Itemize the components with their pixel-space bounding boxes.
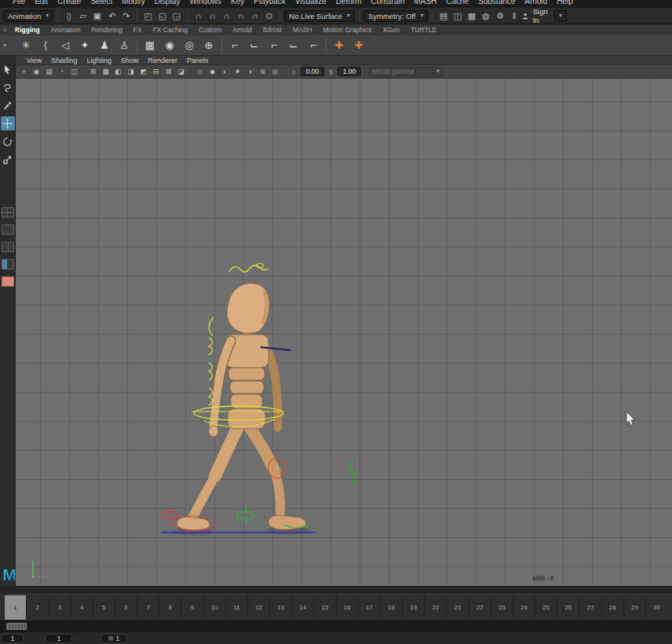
timeline-frame-3[interactable]: 3 (48, 595, 70, 620)
ao-icon[interactable]: ⊚ (257, 66, 268, 77)
aim-constraint-icon[interactable]: ⌙ (285, 37, 302, 54)
timeline-frame-29[interactable]: 29 (623, 595, 645, 620)
spine-control-3[interactable] (209, 388, 213, 405)
timeline-frame-28[interactable]: 28 (601, 595, 623, 620)
exposure-field[interactable]: 0.00 (301, 67, 324, 76)
timeline-frame-1[interactable]: 1 (5, 595, 26, 620)
timeline-frame-20[interactable]: 20 (424, 595, 446, 620)
timeline-frame-4[interactable]: 4 (71, 595, 93, 620)
soft-mod-icon[interactable]: ◎ (181, 37, 198, 54)
shelf-tab-fx[interactable]: FX (128, 24, 148, 35)
select-by-object-icon[interactable]: ◱ (155, 9, 169, 23)
snap-to-projected-center-icon[interactable]: ∩ (234, 9, 247, 23)
camera-attributes-icon[interactable]: ▤ (43, 66, 55, 77)
bookmarks-icon[interactable]: ◔ (56, 66, 68, 77)
shoulder-control-curve[interactable] (209, 317, 214, 336)
parent-constraint-icon[interactable]: ⌐ (226, 37, 243, 54)
save-scene-icon[interactable]: ▣ (90, 9, 104, 23)
timeline-frame-15[interactable]: 15 (313, 595, 335, 620)
timeline-frame-7[interactable]: 7 (137, 595, 159, 620)
menu-modify[interactable]: Modify (117, 0, 149, 8)
undo-icon[interactable]: ↶ (105, 9, 119, 23)
timeline-frame-26[interactable]: 26 (557, 595, 579, 620)
timeline-frame-27[interactable]: 27 (579, 595, 601, 620)
image-plane-icon[interactable]: ◫ (68, 66, 80, 77)
timeline-frame-25[interactable]: 25 (535, 595, 557, 620)
panel-menu-shading[interactable]: Shading (46, 56, 82, 64)
green-arrow-control[interactable] (237, 509, 254, 521)
panel-menu-renderer[interactable]: Renderer (143, 56, 182, 64)
outliner-icon[interactable]: ▤ (436, 9, 450, 23)
open-scene-icon[interactable]: ▱ (76, 9, 89, 23)
timeline-frame-6[interactable]: 6 (115, 595, 137, 620)
cluster-icon[interactable]: ◉ (161, 37, 178, 54)
timeline-frame-21[interactable]: 21 (446, 595, 468, 620)
menu-file[interactable]: File (8, 0, 30, 8)
render-view-icon[interactable]: ◍ (479, 9, 492, 23)
lasso-select-tool[interactable] (1, 80, 15, 94)
textured-icon[interactable]: ◐ (219, 66, 231, 77)
account-dropdown[interactable]: ▾ (554, 10, 567, 22)
lattice-icon[interactable]: ▦ (141, 37, 159, 54)
shelf-tab-xgen[interactable]: XGen (377, 24, 405, 35)
wrap-deformer-icon[interactable]: ⊕ (200, 37, 217, 54)
shelf-tab-fx-caching[interactable]: FX Caching (148, 24, 193, 35)
orient-constraint-icon[interactable]: ⌐ (265, 37, 283, 54)
timeline-frame-9[interactable]: 9 (181, 595, 203, 620)
red-arrow-control[interactable] (161, 509, 177, 521)
gamma-icon[interactable]: γ (325, 66, 337, 77)
new-scene-icon[interactable]: ▯ (62, 9, 75, 23)
scale-constraint-icon[interactable]: ⌐ (305, 37, 322, 54)
timeline-frame-2[interactable]: 2 (26, 595, 48, 620)
snap-to-view-plane-icon[interactable]: ∩ (248, 9, 261, 23)
create-joint-icon[interactable]: ✳ (17, 37, 35, 54)
layout-persp-outliner[interactable] (2, 259, 14, 269)
menu-edit[interactable]: Edit (30, 0, 53, 8)
make-object-live-icon[interactable]: ⊙ (262, 9, 276, 23)
shelf-tab-rendering[interactable]: Rendering (86, 24, 127, 35)
select-tool[interactable] (1, 62, 15, 76)
custom-shelf-plus-icon[interactable]: ✚ (350, 37, 367, 54)
shelf-tab-arnold[interactable]: Arnold (227, 24, 257, 35)
menu-visualize[interactable]: Visualize (290, 0, 331, 8)
humanik-icon[interactable]: ♟ (96, 37, 113, 54)
grid-icon[interactable]: ▦ (100, 66, 111, 77)
shelf-tab-custom[interactable]: Custom (193, 24, 227, 35)
shadows-icon[interactable]: ◑ (244, 66, 256, 77)
menu-select[interactable]: Select (86, 0, 117, 8)
menu-create[interactable]: Create (53, 0, 86, 8)
layout-single-pane[interactable] (2, 225, 14, 235)
menu-windows[interactable]: Windows (184, 0, 226, 8)
menu-deform[interactable]: Deform (331, 0, 367, 8)
timeline-frame-30[interactable]: 30 (645, 595, 667, 620)
add-shelf-item-icon[interactable]: ✚ (331, 37, 348, 54)
motion-blur-icon[interactable]: ◎ (269, 66, 281, 77)
snap-to-grid-icon[interactable]: ∩ (192, 9, 205, 23)
timeline-frame-13[interactable]: 13 (269, 595, 291, 620)
point-constraint-icon[interactable]: ⌙ (246, 37, 263, 54)
select-camera-icon[interactable]: ⌖ (18, 66, 30, 77)
gamma-field[interactable]: 1.00 (338, 67, 361, 76)
move-tool[interactable] (1, 116, 15, 130)
spine-control-1[interactable] (209, 338, 213, 355)
snap-to-point-icon[interactable]: ∩ (220, 9, 233, 23)
menu-cache[interactable]: Cache (441, 0, 473, 8)
spine-control-2[interactable] (209, 363, 213, 380)
paint-select-tool[interactable] (1, 98, 15, 112)
timeline-frame-23[interactable]: 23 (491, 595, 513, 620)
timeline-frame-12[interactable]: 12 (247, 595, 269, 620)
smooth-shade-icon[interactable]: ◆ (206, 66, 218, 77)
timeline-frame-14[interactable]: 14 (291, 595, 313, 620)
sign-in-button[interactable]: Sign In (533, 7, 550, 24)
layout-two-pane[interactable] (2, 242, 14, 252)
render-settings-icon[interactable]: ⚙ (493, 9, 506, 23)
shelf-tab-motion-graphics[interactable]: Motion Graphics (318, 24, 378, 35)
panel-menu-view[interactable]: View (22, 56, 46, 64)
shelf-tab-turtle[interactable]: TURTLE (405, 24, 442, 35)
menuset-selector[interactable]: Animation ▾ (3, 10, 53, 22)
timeline-frame-18[interactable]: 18 (380, 595, 402, 620)
panel-menu-lighting[interactable]: Lighting (82, 56, 116, 64)
ik-spline-icon[interactable]: ◁ (57, 37, 74, 54)
snap-to-curve-icon[interactable]: ∩ (206, 9, 219, 23)
lock-camera-icon[interactable]: ◉ (31, 66, 42, 77)
